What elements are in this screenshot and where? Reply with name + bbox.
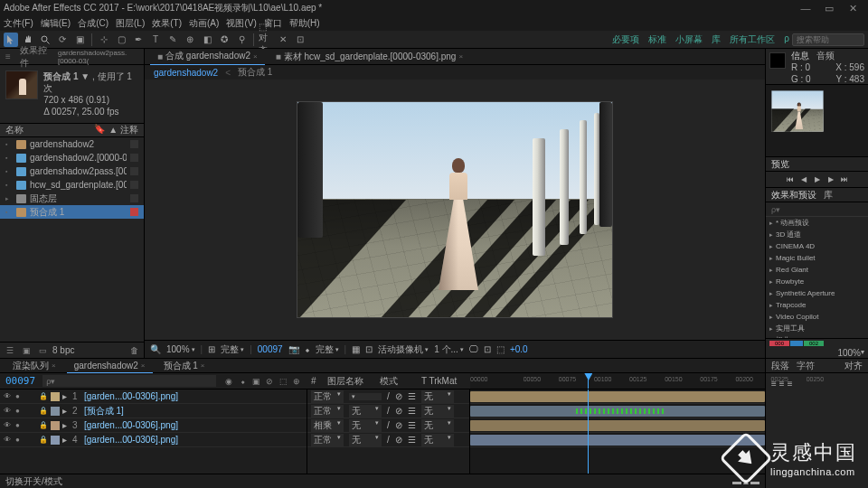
track-row[interactable] [470, 404, 765, 418]
library-tab[interactable]: 库 [824, 189, 833, 202]
grid-icon[interactable]: ▦ [352, 344, 360, 354]
snap-opt2[interactable]: ⊡ [293, 33, 307, 47]
current-frame[interactable]: 00097 [258, 344, 283, 354]
effect-category[interactable]: 3D 通道 [766, 229, 868, 240]
workspace-小屏幕[interactable]: 小屏幕 [675, 33, 703, 46]
toggle-switches[interactable]: 切换开关/模式 [5, 475, 62, 488]
mode-row[interactable]: 正常▾无▾/⊘☰无▾ [307, 433, 469, 447]
menu-图层(L)[interactable]: 图层(L) [116, 17, 145, 30]
tl-icon-4[interactable]: ⊘ [264, 376, 275, 387]
eraser-tool[interactable]: ◧ [200, 33, 214, 47]
new-comp-button[interactable]: ▭ [36, 344, 49, 357]
tl-icon-1[interactable]: ◉ [223, 376, 234, 387]
col-comment-header[interactable]: ▲ 注释 [108, 124, 138, 136]
mode-row[interactable]: 相乘▾无▾/⊘☰无▾ [307, 418, 469, 433]
project-item[interactable]: ▪hcw_sd_gardenplate.[0000-0306].png [0, 178, 144, 192]
layer-row[interactable]: 👁●🔒▸3[garden...00-0306].png] [0, 418, 307, 433]
menu-编辑(E)[interactable]: 编辑(E) [41, 17, 71, 30]
workspace-库[interactable]: 库 [712, 33, 721, 46]
stamp-tool[interactable]: ⊕ [183, 33, 197, 47]
snapshot-icon[interactable]: 📷 [288, 344, 299, 354]
effect-category[interactable]: Red Giant [766, 264, 868, 276]
col-trkmat[interactable]: T TrkMat [421, 376, 467, 386]
tl-icon-2[interactable]: ⬥ [237, 376, 248, 387]
resolution-icon[interactable]: ⊞ [208, 344, 215, 354]
col-mode[interactable]: 模式 [380, 375, 416, 388]
audio-tab[interactable]: 音频 [816, 50, 835, 62]
prev-frame-button[interactable]: ◀ [798, 174, 808, 184]
comp-tab[interactable]: ■合成 gardenshadow2× [150, 48, 265, 65]
mode-row[interactable]: 正常▾无▾/⊘☰无▾ [307, 404, 469, 418]
effects-search[interactable]: ρ▾ [766, 202, 868, 217]
tl-icon-3[interactable]: ▣ [250, 376, 261, 387]
roto-tool[interactable]: ✪ [217, 33, 231, 47]
channel-icon[interactable]: ⬥ [305, 344, 310, 354]
color-depth[interactable]: 8 bpc [52, 345, 74, 355]
track-row[interactable] [470, 418, 765, 433]
selection-tool[interactable] [4, 33, 18, 47]
project-item[interactable]: ▪gardenshadow2 [0, 137, 144, 151]
text-tool[interactable]: T [148, 33, 163, 47]
info-tab[interactable]: 信息 [791, 50, 809, 62]
help-search-input[interactable] [792, 33, 864, 46]
views-dropdown[interactable]: 1 个...▾ [434, 343, 464, 356]
rotate-tool[interactable]: ⟳ [55, 33, 70, 47]
mode-row[interactable]: 正常▾▾/⊘☰无▾ [307, 389, 469, 404]
last-frame-button[interactable]: ⏭ [839, 174, 849, 184]
workspace-必要项[interactable]: 必要项 [612, 33, 639, 46]
project-item[interactable]: ▪gardenshadow2pass.[0000-0306].png [0, 164, 144, 178]
pin-tool[interactable]: ⚲ [234, 33, 249, 47]
layer-row[interactable]: 👁●🔒▸1[garden...00-0306].png] [0, 389, 307, 404]
menu-文件(F)[interactable]: 文件(F) [4, 17, 33, 30]
mask-icon[interactable]: ⊡ [365, 344, 373, 354]
timeline-tab[interactable]: gardenshadow2× [67, 359, 153, 373]
project-item[interactable]: ▸固态层 [0, 192, 144, 205]
effect-category[interactable]: Magic Bullet [766, 252, 868, 264]
anchor-tool[interactable]: ⊹ [97, 33, 111, 47]
project-item[interactable]: ▪gardenshadow2.[0000-0306].png [0, 151, 144, 164]
align-tab[interactable]: 对齐 [844, 360, 863, 372]
menu-视图(V)[interactable]: 视图(V) [226, 17, 256, 30]
exposure-value[interactable]: +0.0 [510, 344, 528, 354]
timeline-tab[interactable]: 渲染队列× [5, 358, 63, 374]
project-item[interactable]: ▪预合成 1 [0, 205, 144, 219]
paragraph-tab[interactable]: 段落 [771, 360, 789, 372]
interpret-footage-button[interactable]: ☰ [4, 344, 16, 357]
pen-tool[interactable]: ✒ [131, 33, 146, 47]
effect-category[interactable]: Video Copilot [766, 311, 868, 323]
character-tab[interactable]: 字符 [797, 360, 815, 372]
layer-row[interactable]: 👁●🔒▸4[garden...00-0306].png] [0, 433, 307, 447]
col-layer-name[interactable]: 图层名称 [327, 375, 374, 388]
comp-breadcrumb-1[interactable]: gardenshadow2 [154, 68, 218, 78]
maximize-button[interactable]: ▭ [817, 2, 841, 14]
view-opt3-icon[interactable]: ⬚ [496, 344, 505, 354]
delete-button[interactable]: 🗑 [127, 344, 140, 357]
play-button[interactable]: ▶ [812, 174, 822, 184]
preview-tab[interactable]: 预览 [771, 158, 789, 171]
comp-tab[interactable]: ■素材 hcw_sd_gardenplate.[0000-0306].png× [269, 49, 470, 65]
current-timecode[interactable]: 00097 [5, 375, 35, 387]
menu-合成(C)[interactable]: 合成(C) [78, 17, 108, 30]
effect-category[interactable]: CINEMA 4D [766, 240, 868, 252]
col-name-header[interactable]: 名称 [5, 124, 24, 136]
camera-tool[interactable]: ▣ [72, 33, 87, 47]
effects-presets-tab[interactable]: 效果和预设 [771, 189, 816, 202]
view-opt2-icon[interactable]: ⊡ [484, 344, 491, 354]
zoom-dropdown[interactable]: 100%▾ [166, 344, 195, 354]
new-folder-button[interactable]: ▣ [20, 344, 33, 357]
quality-dropdown[interactable]: 完整▾ [316, 343, 339, 356]
resolution-dropdown[interactable]: 完整▾ [221, 343, 244, 356]
first-frame-button[interactable]: ⏮ [785, 174, 795, 184]
effect-category[interactable]: Rowbyte [766, 276, 868, 287]
track-row[interactable] [470, 389, 765, 404]
effect-category[interactable]: 实用工具 [766, 323, 868, 334]
minimize-button[interactable]: — [794, 2, 817, 14]
layer-row[interactable]: 👁●🔒▸2[预合成 1] [0, 404, 307, 418]
menu-帮助(H)[interactable]: 帮助(H) [289, 17, 320, 30]
brush-tool[interactable]: ✎ [165, 33, 180, 47]
zoom-slider-icon[interactable]: ▬▲▬ [732, 476, 760, 486]
workspace-标准[interactable]: 标准 [648, 33, 666, 46]
tl-icon-5[interactable]: ⬚ [278, 376, 288, 387]
effect-category[interactable]: Synthetic Aperture [766, 287, 868, 299]
next-frame-button[interactable]: ▶ [826, 174, 835, 184]
